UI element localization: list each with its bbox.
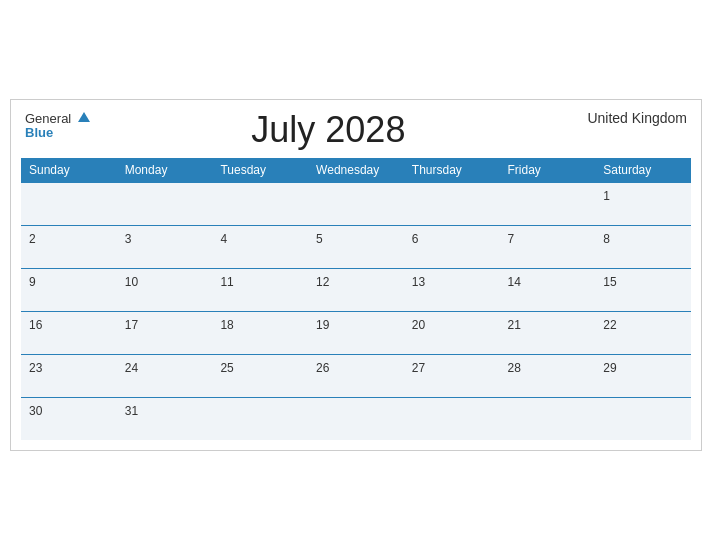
day-number: 19 — [316, 318, 329, 332]
day-number: 29 — [603, 361, 616, 375]
calendar-cell: 27 — [404, 354, 500, 397]
calendar-cell — [21, 182, 117, 225]
calendar-region: United Kingdom — [567, 110, 687, 126]
day-number: 26 — [316, 361, 329, 375]
calendar-cell: 23 — [21, 354, 117, 397]
calendar-cell: 14 — [500, 268, 596, 311]
calendar-cell — [212, 182, 308, 225]
day-number: 13 — [412, 275, 425, 289]
calendar-cell: 5 — [308, 225, 404, 268]
calendar-cell: 21 — [500, 311, 596, 354]
calendar-header: General Blue July 2028 United Kingdom — [21, 110, 691, 150]
day-header-friday: Friday — [500, 158, 596, 183]
day-number: 1 — [603, 189, 610, 203]
calendar-cell: 20 — [404, 311, 500, 354]
calendar-cell: 8 — [595, 225, 691, 268]
calendar-cell: 13 — [404, 268, 500, 311]
day-number: 31 — [125, 404, 138, 418]
week-row-1: 2345678 — [21, 225, 691, 268]
day-header-monday: Monday — [117, 158, 213, 183]
calendar-cell — [404, 397, 500, 440]
day-number: 22 — [603, 318, 616, 332]
day-number: 18 — [220, 318, 233, 332]
week-row-0: 1 — [21, 182, 691, 225]
day-number: 11 — [220, 275, 233, 289]
calendar-cell: 15 — [595, 268, 691, 311]
days-of-week-row: SundayMondayTuesdayWednesdayThursdayFrid… — [21, 158, 691, 183]
calendar-cell: 17 — [117, 311, 213, 354]
calendar-title: July 2028 — [90, 110, 567, 150]
day-header-tuesday: Tuesday — [212, 158, 308, 183]
logo-blue-label: Blue — [25, 126, 90, 139]
day-header-saturday: Saturday — [595, 158, 691, 183]
day-number: 28 — [508, 361, 521, 375]
calendar-cell: 7 — [500, 225, 596, 268]
calendar-thead: SundayMondayTuesdayWednesdayThursdayFrid… — [21, 158, 691, 183]
day-number: 2 — [29, 232, 36, 246]
day-number: 17 — [125, 318, 138, 332]
calendar-cell: 16 — [21, 311, 117, 354]
day-number: 25 — [220, 361, 233, 375]
calendar-cell: 2 — [21, 225, 117, 268]
calendar-cell — [500, 182, 596, 225]
day-header-wednesday: Wednesday — [308, 158, 404, 183]
calendar-cell: 10 — [117, 268, 213, 311]
day-number: 12 — [316, 275, 329, 289]
day-header-sunday: Sunday — [21, 158, 117, 183]
day-number: 9 — [29, 275, 36, 289]
logo-general-label: General — [25, 111, 71, 126]
logo: General Blue — [25, 110, 90, 139]
calendar-cell: 11 — [212, 268, 308, 311]
logo-general-text: General — [25, 110, 90, 126]
calendar-cell: 24 — [117, 354, 213, 397]
day-number: 4 — [220, 232, 227, 246]
day-number: 15 — [603, 275, 616, 289]
day-number: 3 — [125, 232, 132, 246]
calendar-cell: 30 — [21, 397, 117, 440]
day-number: 10 — [125, 275, 138, 289]
calendar-cell: 31 — [117, 397, 213, 440]
week-row-5: 3031 — [21, 397, 691, 440]
day-number: 5 — [316, 232, 323, 246]
calendar-cell — [308, 182, 404, 225]
calendar-cell: 19 — [308, 311, 404, 354]
logo-triangle-icon — [78, 112, 90, 122]
day-number: 23 — [29, 361, 42, 375]
calendar-cell: 4 — [212, 225, 308, 268]
calendar-cell: 1 — [595, 182, 691, 225]
calendar-cell: 3 — [117, 225, 213, 268]
day-number: 24 — [125, 361, 138, 375]
day-number: 7 — [508, 232, 515, 246]
calendar-tbody: 1234567891011121314151617181920212223242… — [21, 182, 691, 440]
calendar-cell: 29 — [595, 354, 691, 397]
week-row-3: 16171819202122 — [21, 311, 691, 354]
calendar-cell — [404, 182, 500, 225]
calendar-cell: 18 — [212, 311, 308, 354]
calendar-cell: 28 — [500, 354, 596, 397]
calendar-cell: 9 — [21, 268, 117, 311]
day-number: 20 — [412, 318, 425, 332]
calendar-cell: 12 — [308, 268, 404, 311]
day-number: 14 — [508, 275, 521, 289]
day-number: 21 — [508, 318, 521, 332]
calendar-cell — [500, 397, 596, 440]
week-row-2: 9101112131415 — [21, 268, 691, 311]
calendar-cell: 6 — [404, 225, 500, 268]
calendar-cell: 26 — [308, 354, 404, 397]
day-header-thursday: Thursday — [404, 158, 500, 183]
week-row-4: 23242526272829 — [21, 354, 691, 397]
day-number: 27 — [412, 361, 425, 375]
day-number: 16 — [29, 318, 42, 332]
day-number: 30 — [29, 404, 42, 418]
day-number: 6 — [412, 232, 419, 246]
calendar-table: SundayMondayTuesdayWednesdayThursdayFrid… — [21, 158, 691, 440]
calendar-cell — [212, 397, 308, 440]
calendar-cell — [308, 397, 404, 440]
calendar-cell — [595, 397, 691, 440]
calendar-cell: 22 — [595, 311, 691, 354]
calendar-container: General Blue July 2028 United Kingdom Su… — [10, 99, 702, 451]
calendar-cell — [117, 182, 213, 225]
day-number: 8 — [603, 232, 610, 246]
calendar-cell: 25 — [212, 354, 308, 397]
